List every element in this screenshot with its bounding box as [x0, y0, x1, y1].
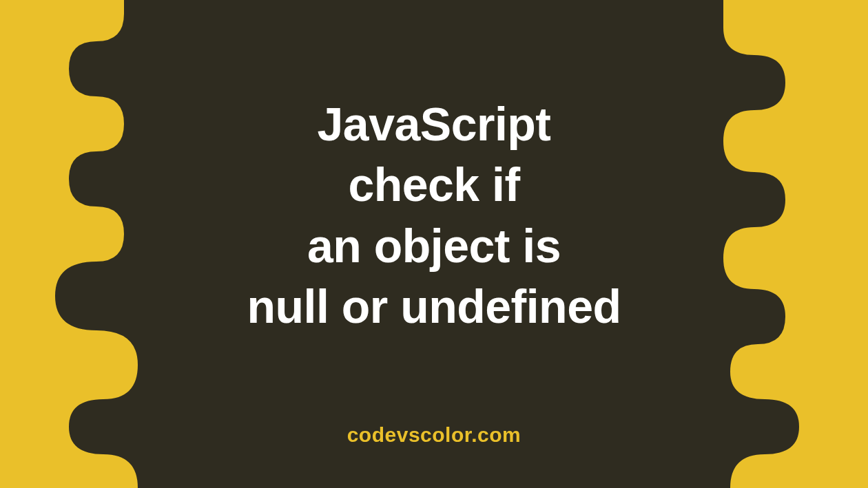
- title-line-2: check if: [348, 158, 519, 211]
- title-line-1: JavaScript: [318, 98, 551, 150]
- title-line-4: null or undefined: [247, 280, 621, 332]
- watermark-text: codevscolor.com: [0, 423, 868, 447]
- title-line-3: an object is: [307, 220, 561, 272]
- main-title: JavaScript check if an object is null or…: [0, 94, 868, 337]
